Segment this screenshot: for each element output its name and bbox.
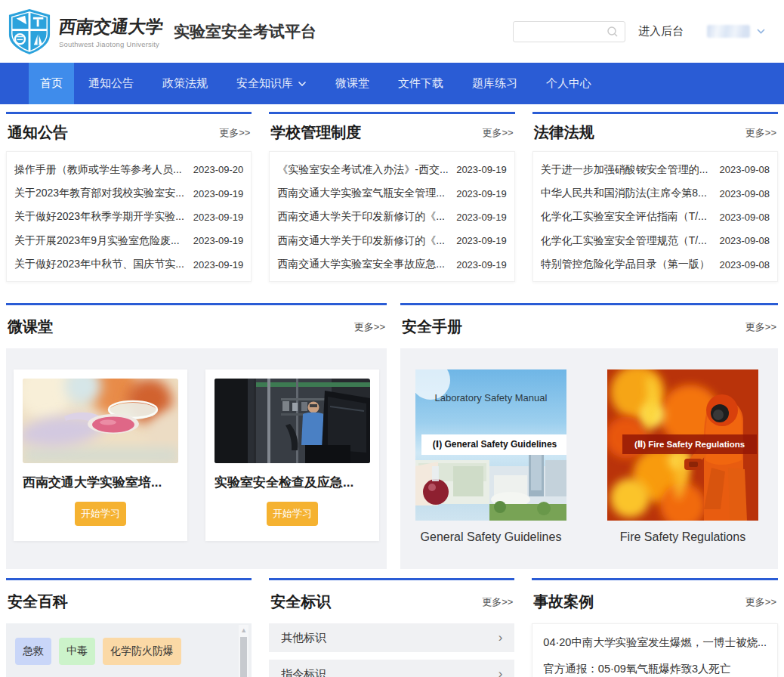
list-item[interactable]: 关于做好2023年中秋节、国庆节实...2023-09-19 — [14, 253, 243, 277]
list-item[interactable]: 化学化工实验室安全管理规范（T/...2023-09-08 — [541, 229, 770, 252]
search-icon[interactable] — [607, 26, 619, 38]
more-link[interactable]: 更多>> — [745, 126, 776, 140]
more-link[interactable]: 更多>> — [354, 320, 385, 334]
main-content: 通知公告 更多>> 操作手册（教师或学生等参考人员...2023-09-20关于… — [0, 112, 784, 677]
wiki-tag[interactable]: 急救 — [15, 638, 51, 665]
item-date: 2023-09-08 — [720, 188, 770, 199]
item-date: 2023-09-19 — [456, 235, 507, 246]
section-title: 安全百科 — [8, 592, 68, 612]
section-title: 微课堂 — [8, 317, 53, 337]
user-name-blurred — [707, 25, 750, 38]
item-date: 2023-09-08 — [720, 164, 770, 175]
item-title[interactable]: 关于2023年教育部对我校实验室安... — [14, 187, 189, 200]
item-date: 2023-09-19 — [193, 212, 244, 223]
sign-category-row[interactable]: 其他标识› — [269, 623, 514, 652]
search-box[interactable] — [513, 21, 625, 42]
nav-item-5[interactable]: 文件下载 — [384, 63, 458, 104]
list-item[interactable]: 特别管控危险化学品目录（第一版）2023-09-08 — [541, 253, 770, 277]
section-title: 事故案例 — [533, 592, 594, 612]
manual-caption[interactable]: General Safety Guidelines — [415, 530, 566, 544]
nav-item-3[interactable]: 安全知识库 — [222, 63, 321, 104]
more-link[interactable]: 更多>> — [745, 595, 776, 609]
list-item[interactable]: 化学化工实验室安全评估指南（T/...2023-09-08 — [541, 206, 770, 229]
sign-category-row[interactable]: 指令标识› — [269, 660, 514, 677]
header: 西南交通大学 Southwest Jiaotong University 实验室… — [0, 0, 784, 63]
user-menu[interactable] — [707, 25, 765, 38]
list-item[interactable]: 操作手册（教师或学生等参考人员...2023-09-20 — [14, 158, 243, 181]
section-title: 法律法规 — [534, 122, 594, 143]
sign-category-label: 指令标识 — [281, 667, 326, 677]
item-title[interactable]: 关于开展2023年9月实验室危险废... — [14, 234, 189, 248]
item-title[interactable]: 《实验室安全考试准入办法》-西交... — [277, 163, 452, 177]
item-title[interactable]: 化学化工实验室安全管理规范（T/... — [541, 234, 715, 248]
course-card[interactable]: 实验室安全检查及应急... 开始学习 — [205, 369, 379, 541]
manual-caption[interactable]: Fire Safety Regulations — [607, 530, 758, 544]
wiki-panel: 急救中毒化学防火防爆 ▲ — [6, 623, 252, 677]
start-learning-button[interactable]: 开始学习 — [267, 502, 318, 526]
list-item[interactable]: 西南交通大学实验室气瓶安全管理...2023-09-19 — [277, 181, 506, 205]
list-item[interactable]: 西南交通大学关于印发新修订的《...2023-09-19 — [277, 206, 506, 229]
item-date: 2023-09-20 — [193, 164, 244, 175]
more-link[interactable]: 更多>> — [745, 320, 776, 334]
list-item[interactable]: 《实验室安全考试准入办法》-西交...2023-09-19 — [277, 158, 506, 181]
search-input[interactable] — [520, 26, 607, 37]
course-card[interactable]: 西南交通大学实验室培... 开始学习 — [14, 369, 187, 541]
nav-item-2[interactable]: 政策法规 — [148, 63, 222, 104]
item-title[interactable]: 西南交通大学实验室气瓶安全管理... — [277, 187, 452, 200]
section-notices: 通知公告 更多>> 操作手册（教师或学生等参考人员...2023-09-20关于… — [6, 112, 252, 282]
course-image-petri-dish — [23, 379, 178, 463]
nav-item-6[interactable]: 题库练习 — [458, 63, 532, 104]
item-title[interactable]: 西南交通大学关于印发新修订的《... — [277, 234, 452, 248]
item-date: 2023-09-08 — [720, 212, 770, 223]
chevron-down-icon — [298, 81, 307, 87]
item-date: 2023-09-19 — [193, 259, 244, 270]
wiki-tag[interactable]: 化学防火防爆 — [103, 638, 181, 665]
chevron-down-icon[interactable] — [757, 29, 765, 34]
manual-card[interactable]: (Ⅱ) Fire Safety Regulations Fire Safety … — [607, 369, 758, 569]
more-link[interactable]: 更多>> — [219, 126, 250, 140]
wiki-tag[interactable]: 中毒 — [59, 638, 95, 665]
nav-item-4[interactable]: 微课堂 — [321, 63, 384, 104]
section-title: 安全标识 — [270, 592, 331, 612]
scrollbar[interactable]: ▲ — [239, 625, 248, 677]
start-learning-button[interactable]: 开始学习 — [75, 502, 126, 526]
item-title[interactable]: 化学化工实验室安全评估指南（T/... — [541, 210, 715, 224]
nav-item-7[interactable]: 个人中心 — [532, 63, 606, 104]
item-title[interactable]: 关于做好2023年秋季学期开学实验... — [14, 210, 189, 224]
item-title[interactable]: 特别管控危险化学品目录（第一版） — [541, 258, 715, 271]
manual-cover-general-safety[interactable]: Laboratory Safety Manual (Ⅰ) General Saf… — [415, 369, 566, 521]
case-item[interactable]: 官方通报：05·09氧气瓶爆炸致3人死亡 — [543, 656, 767, 677]
manual-card[interactable]: Laboratory Safety Manual (Ⅰ) General Saf… — [415, 369, 566, 569]
list-item[interactable]: 西南交通大学关于印发新修订的《...2023-09-19 — [277, 229, 506, 252]
section-micro-courses: 微课堂 更多>> — [6, 303, 387, 569]
list-item[interactable]: 西南交通大学实验室安全事故应急...2023-09-19 — [277, 253, 506, 277]
item-title[interactable]: 关于进一步加强硝酸铵安全管理的... — [541, 163, 715, 177]
item-title[interactable]: 中华人民共和国消防法(主席令第8... — [541, 187, 715, 200]
more-link[interactable]: 更多>> — [482, 126, 513, 140]
nav-item-0[interactable]: 首页 — [29, 63, 74, 104]
list-item[interactable]: 中华人民共和国消防法(主席令第8...2023-09-08 — [541, 181, 770, 205]
list-item[interactable]: 关于进一步加强硝酸铵安全管理的...2023-09-08 — [541, 158, 770, 181]
list-item[interactable]: 关于2023年教育部对我校实验室安...2023-09-19 — [14, 181, 243, 205]
nav-item-1[interactable]: 通知公告 — [74, 63, 148, 104]
item-title[interactable]: 操作手册（教师或学生等参考人员... — [14, 163, 189, 177]
list-item[interactable]: 关于做好2023年秋季学期开学实验...2023-09-19 — [14, 206, 243, 229]
scroll-thumb[interactable] — [240, 637, 247, 677]
item-title[interactable]: 西南交通大学实验室安全事故应急... — [277, 258, 452, 271]
chevron-right-icon: › — [498, 666, 503, 677]
case-item[interactable]: 04·20中南大学实验室发生爆燃，一博士被烧... — [543, 629, 767, 656]
item-date: 2023-09-19 — [456, 188, 507, 199]
cases-list: 04·20中南大学实验室发生爆燃，一博士被烧...官方通报：05·09氧气瓶爆炸… — [532, 623, 778, 677]
more-link[interactable]: 更多>> — [482, 595, 513, 609]
item-title[interactable]: 西南交通大学关于印发新修订的《... — [277, 210, 452, 224]
manual-cover-fire-safety[interactable]: (Ⅱ) Fire Safety Regulations — [607, 369, 758, 521]
list-item[interactable]: 关于开展2023年9月实验室危险废...2023-09-19 — [14, 229, 243, 252]
admin-backend-link[interactable]: 进入后台 — [638, 24, 684, 39]
item-date: 2023-09-19 — [456, 212, 507, 223]
item-title[interactable]: 关于做好2023年中秋节、国庆节实... — [14, 258, 189, 271]
scroll-up-arrow-icon[interactable]: ▲ — [240, 625, 247, 635]
notices-list: 操作手册（教师或学生等参考人员...2023-09-20关于2023年教育部对我… — [6, 151, 252, 282]
course-title[interactable]: 实验室安全检查及应急... — [215, 474, 370, 491]
item-date: 2023-09-08 — [720, 259, 770, 270]
course-title[interactable]: 西南交通大学实验室培... — [23, 474, 178, 491]
